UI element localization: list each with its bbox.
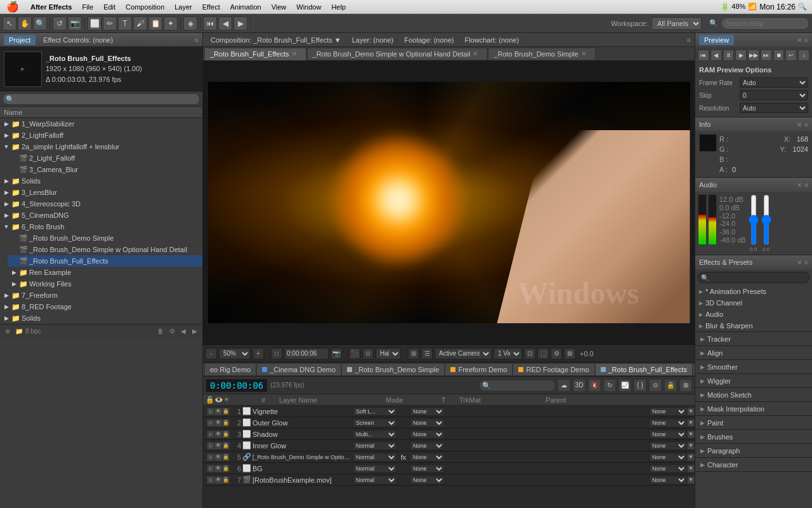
brush-tool[interactable]: 🖌 [133, 17, 147, 30]
viewer-panel-menu[interactable]: ≡ [687, 36, 691, 44]
layer-parent-arrow-6[interactable]: ▼ [687, 465, 695, 472]
viewer-camera-select[interactable]: Active Camera [435, 348, 492, 359]
tl-tab-cinema[interactable]: _Cinema DNG Demo [256, 363, 341, 376]
layer-parent-arrow-2[interactable]: ▼ [687, 419, 695, 427]
list-item[interactable]: ▶ 📁 Solids [0, 175, 202, 187]
effects-search-input[interactable] [698, 272, 809, 283]
list-item[interactable]: ▶ 📁 2_LightFalloff [0, 130, 202, 141]
layer-name-7[interactable]: [RotoBrushExample.mov] [251, 476, 353, 484]
list-item[interactable]: ▶ 📁 4_Stereoscopic 3D [0, 198, 202, 210]
viewer-more-3[interactable]: ⚙ [551, 348, 562, 359]
list-item[interactable]: ▶ 📁 Working Files [8, 278, 202, 290]
layer-parent-6[interactable]: None [649, 464, 687, 473]
layer-trkmat-4[interactable]: None [410, 441, 445, 450]
layer-mode-6[interactable]: Normal [353, 464, 397, 473]
preview-close[interactable]: ✕ [797, 37, 802, 44]
viewer-views-select[interactable]: 1 View [494, 348, 522, 359]
layer-solo-6[interactable]: ☼ [207, 465, 214, 472]
tl-graph-editor[interactable]: 📈 [619, 379, 631, 392]
layer-name-1[interactable]: Vignette [251, 408, 353, 415]
effect-controls-tab[interactable]: Effect Controls: (none) [38, 35, 118, 45]
audio-header[interactable]: Audio ✕ ≡ [695, 178, 812, 192]
tl-tab-roto-full[interactable]: _Roto Brush_Full_Effects [595, 363, 693, 376]
viewer-grid[interactable]: ⊞ [408, 348, 419, 359]
viewer-more-1[interactable]: ⊡ [524, 348, 535, 359]
timeline-timecode[interactable]: 0:00:00:06 [206, 378, 268, 392]
layer-lock-7[interactable]: 🔒 [222, 476, 230, 484]
wiggler-item[interactable]: ▶ Wiggler [695, 374, 812, 388]
viewer-zoom-select[interactable]: 50% 100% 25% [219, 348, 251, 359]
tl-expression[interactable]: { } [634, 379, 646, 392]
list-item[interactable]: ▶ 📁 3_LensBlur [0, 187, 202, 198]
layer-solo-1[interactable]: ☼ [207, 408, 214, 415]
viewer-zoom-out[interactable]: - [206, 348, 217, 359]
preview-loop[interactable]: ↩ [785, 50, 797, 61]
viewer-snapshot-btn[interactable]: 📷 [331, 348, 342, 359]
menu-help[interactable]: Help [326, 0, 351, 13]
layer-solo-5[interactable]: ☼ [207, 453, 214, 461]
effects-close[interactable]: ✕ [797, 259, 802, 266]
list-item[interactable]: ▼ 📁 6_Roto Brush [0, 221, 202, 232]
preview-next-frame[interactable]: ▶▶ [748, 50, 759, 61]
info-header[interactable]: Info ✕ ≡ [695, 117, 812, 131]
info-menu[interactable]: ≡ [804, 121, 808, 128]
preview-play[interactable]: ▶ [735, 50, 747, 61]
rotate-tool[interactable]: ↺ [53, 17, 67, 30]
comp-tab-1-close[interactable]: ✕ [292, 50, 301, 57]
list-item[interactable]: ▶ 📁 5_CinemaDNG [0, 210, 202, 221]
interpret-footage-btn[interactable]: ⚙ [167, 326, 177, 337]
project-search-input[interactable] [3, 93, 200, 105]
tl-tab-eo[interactable]: eo Rig Demo [204, 363, 256, 376]
list-item[interactable]: ▶ 📁 1_WarpStabilizer [0, 118, 202, 130]
layer-trkmat-7[interactable]: None [410, 476, 445, 485]
layer-parent-3[interactable]: None [649, 430, 687, 439]
motion-sketch-item[interactable]: ▶ Motion Sketch [695, 388, 812, 402]
layer-eye-3[interactable]: 👁 [214, 431, 222, 438]
tl-loop[interactable]: ↻ [603, 379, 616, 392]
list-item[interactable]: 🎬 _Roto Brush_Demo Simple [8, 232, 202, 244]
search-help-input[interactable] [721, 17, 809, 30]
layer-eye-2[interactable]: 👁 [214, 419, 222, 427]
menu-composition[interactable]: Composition [121, 0, 169, 13]
list-item-selected[interactable]: 🎬 _Roto Brush_Full_Effects [8, 255, 202, 267]
pen-tool[interactable]: ✏ [103, 17, 117, 30]
ram-skip-select[interactable]: 0 [740, 90, 808, 100]
app-name[interactable]: After Effects [25, 0, 77, 13]
layer-parent-arrow-1[interactable]: ▼ [687, 408, 695, 415]
character-item[interactable]: ▶ Character [695, 458, 812, 472]
preview-skip-end[interactable]: ⏭ [761, 50, 772, 61]
new-folder-btn[interactable]: 📁 [14, 326, 24, 337]
layer-parent-arrow-7[interactable]: ▼ [687, 476, 695, 484]
tl-tab-freeform[interactable]: Freeform Demo [445, 363, 513, 376]
layer-trkmat-1[interactable]: None [410, 407, 445, 416]
layer-trkmat-6[interactable]: None [410, 464, 445, 473]
comp-tab-3-close[interactable]: ✕ [581, 50, 590, 57]
layer-parent-5[interactable]: None [649, 453, 687, 462]
layer-mode-7[interactable]: Normal [353, 476, 397, 485]
align-item[interactable]: ▶ Align [695, 346, 812, 360]
mask-interpolation-item[interactable]: ▶ Mask Interpolation [695, 402, 812, 416]
tl-draft-3d[interactable]: 3D [573, 379, 586, 392]
stamp-tool[interactable]: 📋 [148, 17, 162, 30]
layer-solo-2[interactable]: ☼ [207, 419, 214, 427]
new-composition-btn[interactable]: ⊕ [3, 326, 13, 337]
layer-trkmat-2[interactable]: None [410, 418, 445, 427]
layer-solo-4[interactable]: ☼ [207, 442, 214, 450]
layer-lock-4[interactable]: 🔒 [222, 442, 230, 450]
viewer-more-2[interactable]: ⬚ [537, 348, 549, 359]
layer-parent-4[interactable]: None [649, 441, 687, 450]
preview-header[interactable]: Preview ✕ ≡ [695, 33, 812, 47]
layer-parent-2[interactable]: None [649, 418, 687, 427]
selection-tool[interactable]: ↖ [3, 17, 16, 30]
project-panel-menu[interactable]: ≡ [195, 36, 199, 44]
layer-trkmat-3[interactable]: None [410, 430, 445, 439]
viewer-checkerboard[interactable]: ⬛ [349, 348, 360, 359]
hand-tool[interactable]: ✋ [18, 17, 32, 30]
timeline-search[interactable] [479, 380, 555, 391]
preview-prev-frame[interactable]: ◀ [710, 50, 722, 61]
layer-solo-3[interactable]: ☼ [207, 431, 214, 438]
menu-effect[interactable]: Effect [197, 0, 225, 13]
menu-window[interactable]: Window [291, 0, 326, 13]
tl-collapse[interactable]: ⊞ [679, 379, 692, 392]
list-item[interactable]: 🎬 3_Camera_Blur [8, 164, 202, 175]
